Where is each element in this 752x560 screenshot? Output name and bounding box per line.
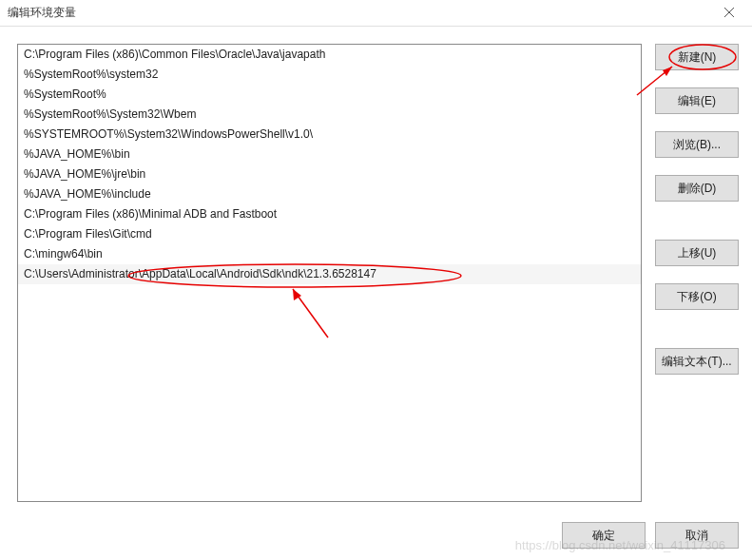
ok-button[interactable]: 确定 bbox=[562, 522, 646, 549]
browse-button[interactable]: 浏览(B)... bbox=[655, 131, 739, 158]
move-up-button[interactable]: 上移(U) bbox=[655, 240, 739, 266]
path-row[interactable]: C:\Program Files\Git\cmd bbox=[18, 224, 641, 244]
path-row[interactable]: %SystemRoot%\System32\Wbem bbox=[18, 105, 641, 125]
close-icon bbox=[724, 7, 734, 20]
path-row[interactable]: C:\Users\Administrator\AppData\Local\And… bbox=[18, 264, 641, 284]
path-row[interactable]: C:\mingw64\bin bbox=[18, 244, 641, 264]
path-row[interactable]: C:\Program Files (x86)\Common Files\Orac… bbox=[18, 45, 641, 65]
cancel-button[interactable]: 取消 bbox=[655, 522, 739, 549]
edit-button[interactable]: 编辑(E) bbox=[655, 87, 739, 114]
path-row[interactable]: %JAVA_HOME%\jre\bin bbox=[18, 164, 641, 184]
path-row[interactable]: %SYSTEMROOT%\System32\WindowsPowerShell\… bbox=[18, 125, 641, 145]
path-row[interactable]: C:\Program Files (x86)\Minimal ADB and F… bbox=[18, 204, 641, 224]
dialog-button-bar: 确定 取消 bbox=[562, 522, 739, 549]
path-listbox[interactable]: C:\Program Files (x86)\Common Files\Orac… bbox=[17, 44, 642, 502]
side-button-column: 新建(N) 编辑(E) 浏览(B)... 删除(D) 上移(U) 下移(O) 编… bbox=[655, 44, 739, 502]
new-button[interactable]: 新建(N) bbox=[655, 44, 739, 70]
edit-text-button[interactable]: 编辑文本(T)... bbox=[655, 348, 739, 375]
window-title: 编辑环境变量 bbox=[8, 5, 76, 21]
move-down-button[interactable]: 下移(O) bbox=[655, 283, 739, 310]
path-row[interactable]: %JAVA_HOME%\bin bbox=[18, 145, 641, 164]
path-row[interactable]: %JAVA_HOME%\include bbox=[18, 184, 641, 204]
path-row[interactable]: %SystemRoot% bbox=[18, 85, 641, 105]
delete-button[interactable]: 删除(D) bbox=[655, 175, 739, 202]
close-button[interactable] bbox=[714, 0, 744, 27]
path-row[interactable]: %SystemRoot%\system32 bbox=[18, 65, 641, 85]
titlebar: 编辑环境变量 bbox=[0, 0, 752, 27]
